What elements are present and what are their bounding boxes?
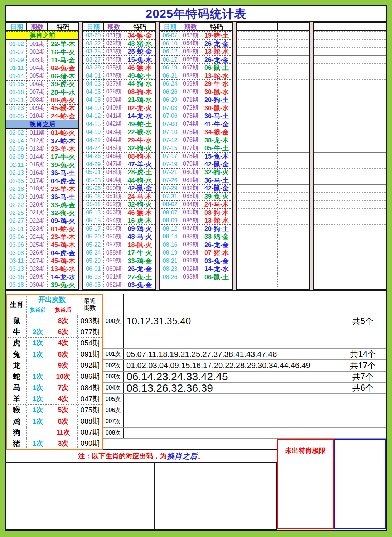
page-title: 2025年特码统计表 (6, 6, 386, 21)
special-code-cell: 15-兔-木 (201, 152, 232, 160)
count-after-switch: 4次 (49, 393, 77, 404)
draw-row: 04-03037期44-狗-水 (83, 79, 155, 87)
special-code-cell: 15-兔-木 (124, 55, 155, 63)
zodiac-stat-row: 鼠8次093期 (7, 315, 102, 326)
recent-period: 054期 (77, 338, 102, 348)
draw-row: 04-26046期08-狗-木 (83, 152, 155, 160)
zodiac-name: 羊 (7, 394, 26, 404)
draw-row: 05-13053期46-猴-木 (83, 208, 155, 216)
empty-draw-row (237, 160, 309, 168)
period-cell: 086期 (180, 217, 201, 224)
special-code-cell: 47-羊-火 (124, 160, 155, 168)
count-before-switch: 1次 (26, 338, 49, 348)
date-cell: 02-20 (6, 194, 26, 200)
period-cell: 087期 (180, 225, 201, 232)
period-cell (334, 281, 354, 289)
period-cell: 009期 (26, 105, 47, 112)
draw-row: 04-15042期49-蛇-土 (83, 120, 155, 128)
frequency-label (103, 439, 123, 449)
count-after-switch: 10次 (49, 371, 77, 382)
stats-header-recent: 最近 期数 (77, 295, 102, 315)
draw-tables-area: 日期期数特码换肖之前01-02001期22-羊-木01-07002期16-牛-火… (6, 21, 386, 291)
period-cell: 077期 (180, 144, 201, 152)
period-cell (257, 233, 278, 241)
empty-draw-row (314, 265, 386, 273)
special-code-cell: 24-马-木 (201, 200, 232, 208)
zodiac-name: 猴 (7, 405, 26, 415)
date-cell: 06-07 (160, 32, 180, 39)
special-code-cell: 48-马-火 (124, 233, 155, 241)
special-code-cell: 24-马-木 (124, 192, 155, 200)
empty-draw-row (237, 257, 309, 265)
special-code-cell: 30-鼠-水 (201, 104, 232, 112)
date-cell: 08-23 (160, 266, 180, 272)
special-code-cell: 45-鸡-木 (48, 257, 79, 265)
special-code-cell: 13-蛇-水 (201, 72, 232, 79)
draw-row: 07-31083期39-兔-火 (160, 192, 232, 200)
count-after-switch: 8次 (49, 349, 77, 360)
empty-draw-row (314, 136, 386, 144)
special-code-cell: 37-蛇-木 (48, 137, 79, 145)
date-cell: 08-14 (160, 233, 180, 240)
date-cell: 07-12 (160, 137, 180, 144)
draw-row: 01-07002期16-牛-火 (6, 48, 78, 56)
count-after-switch: 3次 (49, 438, 77, 449)
recent-period: 047期 (77, 393, 102, 404)
draw-row: 05-01048期28-虎-土 (83, 168, 155, 176)
special-code-cell: 32-狗-火 (124, 144, 155, 152)
period-cell (257, 144, 278, 152)
draw-row: 03-27034期15-兔-木 (83, 55, 155, 63)
special-code-cell: 13-蛇-水 (48, 265, 79, 273)
period-cell: 027期 (26, 257, 47, 265)
period-cell (334, 56, 354, 63)
date-cell: 02-08 (6, 154, 26, 160)
date-cell: 04-22 (83, 137, 103, 144)
special-code-cell: 23-羊-木 (48, 185, 79, 193)
special-code-cell: 28-虎-土 (124, 168, 155, 176)
zodiac-stat-row: 虎1次4次054期 (7, 337, 102, 348)
period-cell: 078期 (180, 153, 201, 160)
special-code-cell: 08-狗-木 (124, 88, 155, 96)
period-header: 期数 (103, 23, 124, 30)
special-code-cell: 17-牛-火 (124, 249, 155, 257)
period-cell (334, 233, 354, 241)
draw-row: 07-03072期30-鼠-水 (160, 104, 232, 112)
draw-row: 05-22057期18-鼠-火 (83, 241, 155, 248)
count-before-switch: 2次 (26, 326, 49, 337)
period-cell (334, 144, 354, 152)
draw-row: 04-01036期49-蛇-土 (83, 72, 155, 79)
draw-row: 03-06025期45-鸡-木 (6, 241, 78, 249)
empty-draw-row (314, 168, 386, 176)
special-code-cell: 45-猴-木 (48, 104, 79, 112)
date-cell: 06-26 (160, 89, 180, 95)
draw-row: 01-09003期11-马-金 (6, 56, 78, 64)
special-code-cell: 34-猴-金 (201, 128, 232, 136)
special-code-cell: 45-鸡-木 (48, 241, 79, 249)
frequency-total: 共6个 (339, 383, 386, 393)
period-cell: 007期 (26, 88, 47, 96)
draw-row: 06-07063期19-猪-土 (160, 31, 232, 39)
date-cell: 05-22 (83, 242, 103, 248)
draw-row: 03-16029期14-龙-水 (6, 273, 78, 281)
frequency-numbers: 10.12.31.35.40 (124, 294, 339, 348)
period-cell: 018期 (26, 185, 47, 193)
special-code-cell: 36-马-土 (201, 112, 232, 120)
date-cell: 05-01 (83, 169, 103, 175)
empty-draw-row (314, 184, 386, 192)
period-cell: 067期 (180, 64, 201, 71)
date-cell: 03-27 (83, 57, 103, 63)
draw-row: 06-26070期30-鼠-水 (160, 88, 232, 96)
draw-row: 03-13028期13-蛇-水 (6, 265, 78, 273)
frequency-row: 000次10.12.31.35.40共5个 (103, 294, 386, 348)
draw-row: 03-29035期46-猴-木 (83, 63, 155, 71)
frequency-label: 008次 (103, 428, 124, 438)
zodiac-stat-row: 兔1次8次091期 (7, 349, 102, 360)
special-code-cell: 39-兔-火 (201, 192, 232, 200)
lottery-stats-page: 2025年特码统计表 日期期数特码换肖之前01-02001期22-羊-木01-0… (0, 0, 392, 537)
period-cell: 017期 (26, 177, 47, 185)
empty-draw-row (237, 72, 309, 79)
draw-row: 02-08014期17-牛-火 (6, 153, 78, 161)
count-after-switch: 11次 (49, 427, 77, 438)
empty-draw-row (237, 128, 309, 136)
zodiac-stat-row: 蛇1次10次086期 (7, 371, 102, 382)
